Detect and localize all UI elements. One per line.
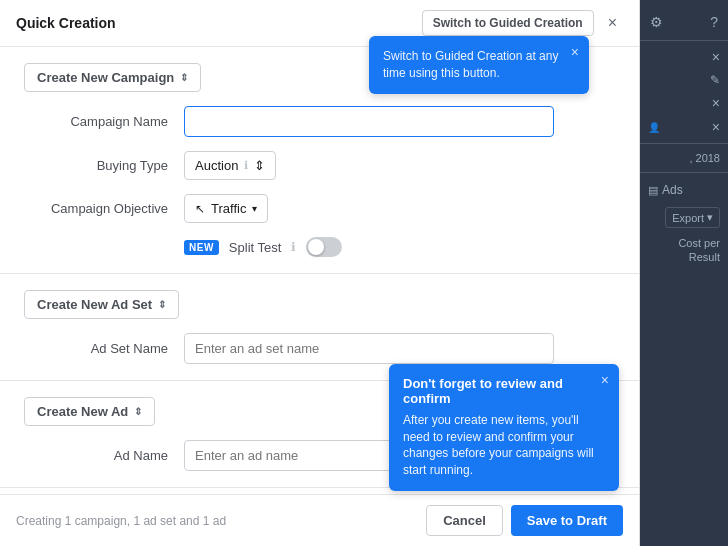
panel-footer: Creating 1 campaign, 1 ad set and 1 ad C… — [0, 494, 639, 546]
sidebar-divider-2 — [640, 143, 728, 144]
date-label: , 2018 — [689, 152, 720, 164]
create-campaign-label: Create New Campaign — [37, 70, 174, 85]
footer-info-text: Creating 1 campaign, 1 ad set and 1 ad — [16, 514, 226, 528]
close-icon-3[interactable]: × — [712, 119, 720, 135]
buying-type-row: Buying Type Auction ℹ ⇕ — [24, 151, 615, 180]
export-label: Export — [672, 212, 704, 224]
gear-icon[interactable]: ⚙ — [650, 14, 663, 30]
confirm-tooltip-body: After you create new items, you'll need … — [403, 412, 605, 479]
cost-per-result-label: Cost per Result — [640, 232, 728, 269]
ad-set-name-row: Ad Set Name — [24, 333, 615, 364]
sidebar-top-icons: ⚙ ? — [640, 8, 728, 36]
confirm-tooltip-close-button[interactable]: × — [601, 372, 609, 388]
ads-label: Ads — [662, 183, 683, 197]
campaign-btn-arrow: ⇕ — [180, 72, 188, 83]
confirm-tooltip-title: Don't forget to review and confirm — [403, 376, 605, 406]
split-test-row: NEW Split Test ℹ — [24, 237, 615, 257]
new-badge: NEW — [184, 240, 219, 255]
guided-creation-tooltip: × Switch to Guided Creation at any time … — [369, 36, 589, 94]
confirm-tooltip: × Don't forget to review and confirm Aft… — [389, 364, 619, 491]
save-to-draft-button[interactable]: Save to Draft — [511, 505, 623, 536]
create-new-ad-button[interactable]: Create New Ad ⇕ — [24, 397, 155, 426]
cancel-button[interactable]: Cancel — [426, 505, 503, 536]
buying-type-info-icon: ℹ — [244, 159, 248, 172]
right-sidebar: ⚙ ? × ✎ × 👤 × , 2018 ▤ Ads — [640, 0, 728, 546]
split-test-toggle[interactable] — [306, 237, 342, 257]
campaign-objective-row: Campaign Objective ↖ Traffic ▾ — [24, 194, 615, 223]
user-icon: 👤 — [648, 122, 660, 133]
campaign-name-label: Campaign Name — [24, 114, 184, 129]
ads-icon: ▤ — [648, 184, 658, 197]
cursor-icon: ↖ — [195, 202, 205, 216]
edit-icon[interactable]: ✎ — [710, 73, 720, 87]
create-ad-set-label: Create New Ad Set — [37, 297, 152, 312]
campaign-name-input[interactable] — [184, 106, 554, 137]
sidebar-divider-3 — [640, 172, 728, 173]
campaign-objective-value: Traffic — [211, 201, 246, 216]
ad-btn-arrow: ⇕ — [134, 406, 142, 417]
quick-creation-panel: Quick Creation Switch to Guided Creation… — [0, 0, 640, 546]
sidebar-divider-1 — [640, 40, 728, 41]
close-icon-2[interactable]: × — [712, 95, 720, 111]
header-right: Switch to Guided Creation × — [422, 10, 623, 36]
ad-set-name-input[interactable] — [184, 333, 554, 364]
create-new-campaign-button[interactable]: Create New Campaign ⇕ — [24, 63, 201, 92]
help-icon[interactable]: ? — [710, 14, 718, 30]
footer-buttons: Cancel Save to Draft — [426, 505, 623, 536]
split-test-info-icon[interactable]: ℹ — [291, 240, 296, 254]
buying-type-arrow: ⇕ — [254, 158, 265, 173]
campaign-objective-label: Campaign Objective — [24, 201, 184, 216]
split-test-content: NEW Split Test ℹ — [184, 237, 342, 257]
ad-set-name-label: Ad Set Name — [24, 341, 184, 356]
campaign-objective-select[interactable]: ↖ Traffic ▾ — [184, 194, 268, 223]
ad-set-btn-arrow: ⇕ — [158, 299, 166, 310]
buying-type-label: Buying Type — [24, 158, 184, 173]
create-ad-label: Create New Ad — [37, 404, 128, 419]
panel-title: Quick Creation — [16, 15, 116, 31]
create-new-ad-set-button[interactable]: Create New Ad Set ⇕ — [24, 290, 179, 319]
export-button[interactable]: Export ▾ — [665, 207, 720, 228]
buying-type-value: Auction — [195, 158, 238, 173]
ad-name-label: Ad Name — [24, 448, 184, 463]
switch-to-guided-button[interactable]: Switch to Guided Creation — [422, 10, 594, 36]
guided-tooltip-body: Switch to Guided Creation at any time us… — [383, 48, 575, 82]
objective-arrow-icon: ▾ — [252, 203, 257, 214]
export-arrow-icon: ▾ — [707, 211, 713, 224]
campaign-name-row: Campaign Name — [24, 106, 615, 137]
panel-close-button[interactable]: × — [602, 12, 623, 34]
buying-type-select[interactable]: Auction ℹ ⇕ — [184, 151, 276, 180]
split-test-label: Split Test — [229, 240, 282, 255]
close-icon-1[interactable]: × — [712, 49, 720, 65]
